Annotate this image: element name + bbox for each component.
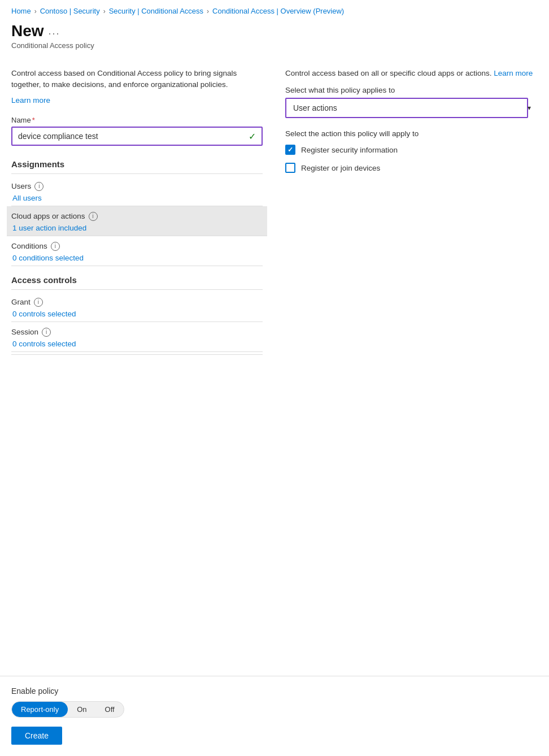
access-controls-section: Access controls Grant i 0 controls selec… (11, 271, 263, 355)
breadcrumb-home[interactable]: Home (11, 7, 31, 15)
session-label: Session (11, 328, 38, 336)
page-subtitle: Conditional Access policy (11, 41, 538, 50)
conditions-info-icon[interactable]: i (51, 242, 60, 251)
cloud-apps-label: Cloud apps or actions (11, 212, 85, 220)
name-input-wrapper: ✓ (11, 127, 263, 146)
left-panel: Control access based on Conditional Acce… (11, 68, 263, 357)
session-info-icon[interactable]: i (42, 328, 51, 337)
name-label: Name* (11, 116, 263, 124)
toggle-off[interactable]: Off (96, 702, 124, 717)
register-join-checkbox[interactable] (285, 163, 295, 173)
right-description: Control access based on all or specific … (285, 68, 538, 79)
access-controls-divider (11, 289, 263, 290)
register-security-item: Register security information (285, 145, 538, 155)
conditions-value-link[interactable]: 0 conditions selected (11, 254, 84, 262)
grant-info-icon[interactable]: i (34, 298, 43, 307)
right-learn-more-link[interactable]: Learn more (494, 69, 533, 77)
toggle-report-only[interactable]: Report-only (12, 702, 68, 717)
right-panel: Control access based on all or specific … (285, 68, 538, 357)
action-label: Select the action this policy will apply… (285, 129, 538, 138)
assignments-section: Assignments Users i All users Cloud apps… (11, 155, 263, 266)
grant-value-link[interactable]: 0 controls selected (11, 310, 76, 318)
register-join-item: Register or join devices (285, 163, 538, 173)
breadcrumb-contoso-security[interactable]: Contoso | Security (40, 7, 100, 15)
cloud-apps-value-link[interactable]: 1 user action included (11, 224, 86, 232)
left-description: Control access based on Conditional Acce… (11, 68, 263, 91)
conditions-item: Conditions i 0 conditions selected (11, 236, 263, 266)
cloud-apps-item: Cloud apps or actions i 1 user action in… (7, 206, 267, 236)
breadcrumb-ca-overview[interactable]: Conditional Access | Overview (Preview) (212, 7, 344, 15)
grant-item: Grant i 0 controls selected (11, 292, 263, 322)
session-value-link[interactable]: 0 controls selected (11, 340, 76, 348)
breadcrumb-sep-3: › (207, 7, 209, 15)
users-label: Users (11, 182, 31, 190)
bottom-bar: Enable policy Report-only On Off Create (0, 676, 549, 756)
create-button[interactable]: Create (11, 727, 62, 745)
toggle-row: Report-only On Off (11, 701, 538, 718)
assignments-divider (11, 173, 263, 174)
conditions-label: Conditions (11, 242, 47, 250)
breadcrumb: Home › Contoso | Security › Security | C… (0, 0, 549, 20)
cloud-apps-info-icon[interactable]: i (89, 212, 98, 221)
register-security-label: Register security information (301, 146, 398, 154)
register-join-label: Register or join devices (301, 164, 380, 172)
breadcrumb-security-ca[interactable]: Security | Conditional Access (109, 7, 203, 15)
left-learn-more-link[interactable]: Learn more (11, 96, 50, 105)
required-indicator: * (32, 116, 35, 124)
page-title: New (11, 22, 44, 40)
enable-policy-label: Enable policy (11, 687, 538, 696)
breadcrumb-sep-2: › (103, 7, 106, 15)
assignments-title: Assignments (11, 155, 263, 171)
dropdown-wrapper: Cloud apps User actions Authentication c… (285, 98, 538, 118)
session-item: Session i 0 controls selected (11, 322, 263, 352)
toggle-on[interactable]: On (68, 702, 95, 717)
breadcrumb-sep-1: › (34, 7, 37, 15)
name-input[interactable] (12, 128, 262, 145)
users-item: Users i All users (11, 176, 263, 206)
grant-label: Grant (11, 298, 30, 306)
name-section: Name* ✓ (11, 116, 263, 146)
select-policy-label: Select what this policy applies to (285, 86, 538, 94)
users-value-link[interactable]: All users (11, 194, 42, 202)
policy-toggle-group: Report-only On Off (11, 701, 124, 718)
users-info-icon[interactable]: i (34, 182, 43, 191)
page-header: New ... Conditional Access policy (0, 20, 549, 57)
session-bottom-divider (11, 354, 263, 355)
input-valid-icon: ✓ (249, 131, 256, 141)
more-options-button[interactable]: ... (49, 25, 60, 37)
register-security-checkbox[interactable] (285, 145, 295, 155)
access-controls-title: Access controls (11, 271, 263, 287)
policy-applies-dropdown[interactable]: Cloud apps User actions Authentication c… (285, 98, 528, 118)
